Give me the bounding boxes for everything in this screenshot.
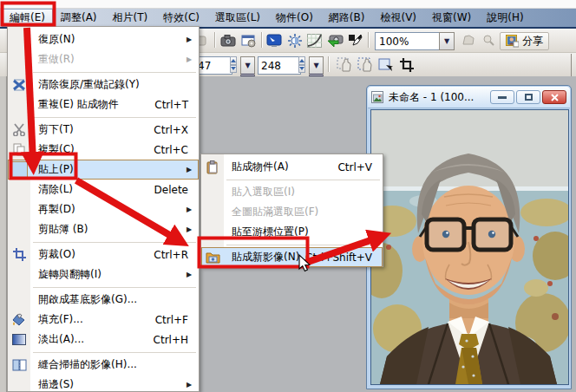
crop-tool-button[interactable] xyxy=(397,56,416,73)
toolbar-separator xyxy=(368,32,370,48)
camera-import-icon xyxy=(327,34,344,48)
paste-icon xyxy=(8,161,30,179)
spin-up-button[interactable] xyxy=(230,56,237,65)
menu-item-clipboard[interactable]: 剪貼簿 (B) ▶ xyxy=(8,219,199,239)
fit-selection-button[interactable] xyxy=(376,56,396,73)
menu-item-label: 剪貼簿 (B) xyxy=(38,222,187,237)
menu-item-duplicate[interactable]: 再製(D) ▶ xyxy=(8,199,199,219)
zoom-dropdown-button[interactable]: ▼ xyxy=(439,32,455,50)
menu-item-paste[interactable]: 貼上(P) ▶ xyxy=(8,160,199,180)
menu-item-fade[interactable]: 淡出(A)... Ctrl+H xyxy=(8,330,199,350)
screen-capture-button[interactable] xyxy=(239,32,258,49)
menu-item-clear-history[interactable]: 清除復原/重做記錄(Y) xyxy=(8,75,199,95)
eyedropper-button[interactable] xyxy=(346,32,364,49)
submenu-arrow-icon: ▶ xyxy=(187,206,196,213)
x-coordinate-spinner[interactable] xyxy=(227,56,239,73)
submenu-arrow-icon: ▶ xyxy=(187,271,196,278)
menu-effect[interactable]: 特效(C) xyxy=(155,9,207,27)
menu-item-repeat[interactable]: 重複(E) 貼成物件 Ctrl+T xyxy=(8,95,199,114)
fit-selection-icon xyxy=(378,58,394,72)
menu-item-open-as-base[interactable]: 開啟成基底影像(G)... xyxy=(8,290,199,310)
menu-object[interactable]: 物件(O) xyxy=(268,9,321,27)
menu-item-shortcut: Ctrl+C xyxy=(154,144,188,156)
submenu-item-label: 貼成新影像(N) xyxy=(232,250,305,265)
down-arrow-icon xyxy=(299,67,304,70)
disabled-tool-button-1[interactable] xyxy=(460,32,477,49)
portrait-photo[interactable] xyxy=(370,109,569,385)
menu-item-redo[interactable]: 重做(R) ▶ xyxy=(8,49,199,69)
menu-item-label: 貼上(P) xyxy=(38,162,187,177)
spin-down-button[interactable] xyxy=(230,65,237,74)
submenu-item-paste-into-selection[interactable]: 貼入選取區(I) xyxy=(201,182,383,202)
minimize-button[interactable] xyxy=(490,90,514,104)
menu-item-fill[interactable]: 填充(F)... Ctrl+F xyxy=(8,310,199,330)
disabled-tool-button-2[interactable] xyxy=(480,32,497,49)
share-button[interactable]: 分享 xyxy=(500,32,549,50)
submenu-item-shortcut: Ctrl+V xyxy=(337,161,372,173)
menu-item-label: 剪裁(O) xyxy=(38,247,154,262)
menu-bar: 編輯(E) 調整(A) 相片(T) 特效(C) 選取區(L) 物件(O) 網路(… xyxy=(0,9,576,27)
paste-pressed-icon xyxy=(10,161,28,179)
tone-curve-button[interactable] xyxy=(305,32,324,49)
menu-help[interactable]: 說明(H) xyxy=(479,9,531,27)
submenu-item-paste-fill-selection[interactable]: 全圖貼滿選取區(F) xyxy=(201,202,383,222)
y-coordinate-value: 248 xyxy=(261,60,281,72)
menu-item-shortcut: Ctrl+R xyxy=(154,249,188,261)
menu-item-label: 複製(C) xyxy=(38,142,154,157)
pan-selection-button[interactable] xyxy=(356,56,375,73)
close-button[interactable] xyxy=(542,90,566,104)
paste-as-object-icon xyxy=(201,160,224,174)
dropdown-arrow-icon: ▼ xyxy=(245,62,250,69)
y-coordinate-spinner[interactable] xyxy=(296,56,307,73)
submenu-item-paste-as-new-image[interactable]: 貼成新影像(N) Ctrl+Shift+V xyxy=(201,247,383,267)
menu-item-rotate-flip[interactable]: 旋轉與翻轉(I) ▶ xyxy=(8,265,199,284)
eyedropper-icon xyxy=(348,34,363,48)
image-document-window[interactable]: 未命名 - 1 (100... xyxy=(366,85,572,389)
menu-edit[interactable]: 編輯(E) xyxy=(2,9,53,27)
menu-item-undo[interactable]: 復原(N) ▶ xyxy=(8,29,199,49)
close-x-icon xyxy=(551,94,559,101)
submenu-item-paste-as-object[interactable]: 貼成物件(A) Ctrl+V xyxy=(201,157,383,177)
restore-button[interactable] xyxy=(516,90,540,104)
menu-item-label: 描邊(S) xyxy=(38,377,187,392)
zoom-level-combobox[interactable]: 100% xyxy=(375,32,446,50)
menu-item-delete[interactable]: 清除(L) Delete xyxy=(8,180,199,199)
toolbar-separator xyxy=(328,56,330,72)
left-panel-edge xyxy=(0,76,7,392)
x-slider-dropdown-button[interactable]: ▼ xyxy=(240,56,255,76)
y-coordinate-field[interactable]: 248 xyxy=(258,56,301,75)
menu-web[interactable]: 網路(B) xyxy=(321,9,373,27)
menu-item-crop[interactable]: 剪裁(O) Ctrl+R xyxy=(8,245,199,265)
menu-item-shortcut: Ctrl+T xyxy=(154,99,188,111)
menu-window[interactable]: 視窗(W) xyxy=(424,9,479,27)
menu-selection[interactable]: 選取區(L) xyxy=(207,9,268,27)
camera-tool-button[interactable] xyxy=(219,32,237,49)
menu-view[interactable]: 檢視(V) xyxy=(372,9,424,27)
submenu-item-paste-at-cursor[interactable]: 貼至游標位置(P) xyxy=(201,222,383,242)
menu-item-stitch[interactable]: 縫合掃描的影像(H)... xyxy=(8,355,199,375)
image-document-icon xyxy=(371,91,384,104)
menu-photo[interactable]: 相片(T) xyxy=(105,9,156,27)
submenu-item-label: 全圖貼滿選取區(F) xyxy=(232,205,380,219)
dropdown-arrow-icon: ▼ xyxy=(313,62,318,69)
spin-down-button[interactable] xyxy=(298,65,305,74)
camera-icon xyxy=(220,34,236,47)
menu-item-label: 重複(E) 貼成物件 xyxy=(38,97,154,112)
brightness-button[interactable] xyxy=(285,32,304,49)
menu-adjust[interactable]: 調整(A) xyxy=(53,9,105,27)
menu-item-copy[interactable]: 複製(C) Ctrl+C xyxy=(8,140,199,160)
pan-tool-button[interactable] xyxy=(335,56,354,73)
spin-up-button[interactable] xyxy=(298,56,305,65)
menu-item-trace[interactable]: 描邊(S) ▶ xyxy=(8,375,199,392)
toolbar-separator xyxy=(261,32,263,48)
menu-item-cut[interactable]: 剪下(T) Ctrl+X xyxy=(8,120,199,140)
image-window-titlebar[interactable]: 未命名 - 1 (100... xyxy=(368,87,570,108)
y-slider-dropdown-button[interactable]: ▼ xyxy=(309,56,324,76)
capture-import-button[interactable] xyxy=(325,32,345,49)
menu-item-shortcut: Ctrl+F xyxy=(155,314,188,326)
photoimpact-app: { "menubar": { "items": [ {"label": "編輯(… xyxy=(0,0,576,392)
bill-gates-portrait xyxy=(371,110,568,384)
scissors-icon xyxy=(8,123,30,136)
display-options-button[interactable] xyxy=(265,32,283,49)
down-arrow-icon xyxy=(231,67,236,70)
